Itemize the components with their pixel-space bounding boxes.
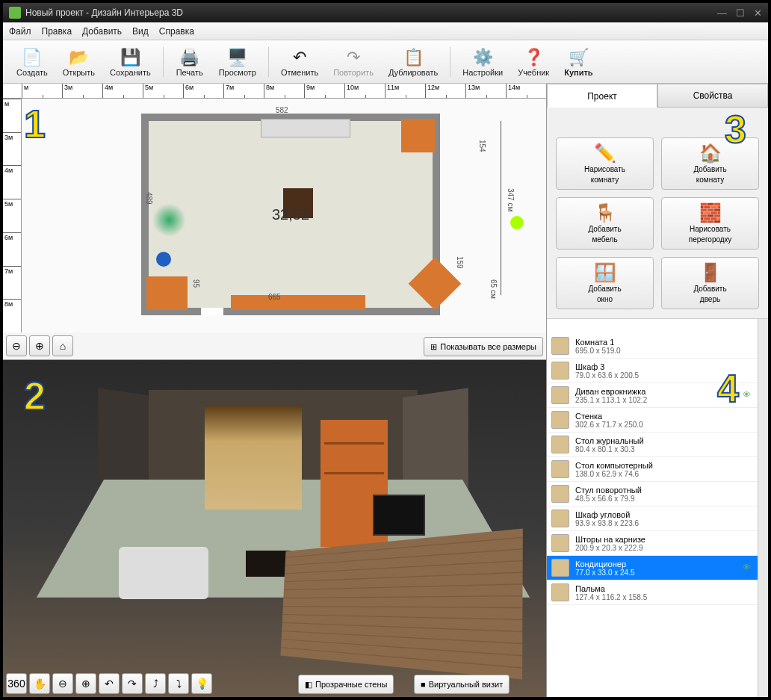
zoom-in-button[interactable]: ⊕ [29,335,50,356]
object-thumb [551,485,569,503]
window-title: Новый проект - Дизайн Интерьера 3D [25,7,183,18]
menu-help[interactable]: Справка [159,26,194,37]
3d-zoom-in-button[interactable]: ⊕ [75,673,96,694]
menu-add[interactable]: Добавить [82,26,122,37]
plant-plan[interactable] [152,203,186,237]
сохранить-icon: 💾 [118,47,142,68]
visibility-icon[interactable] [743,464,753,474]
panel-дверь[interactable]: 🚪Добавитьдверь [661,257,759,309]
light-button[interactable]: 💡 [191,673,212,694]
right-tabs: Проект Свойства [547,84,768,108]
app-icon [9,7,21,19]
3d-view[interactable]: 360 ✋ ⊖ ⊕ ↶ ↷ ⤴ ⤵ 💡 ◧ Прозрачные стены ■… [3,360,546,697]
list-item[interactable]: Стол компьютерный138.0 x 62.9 x 74.6 [547,457,758,482]
object-dims: 200.9 x 20.3 x 222.9 [575,544,743,552]
rotate-right-button[interactable]: ↷ [122,673,143,694]
virtual-visit-button[interactable]: ■ Виртуальный визит [414,675,510,694]
visibility-icon[interactable] [743,489,753,499]
corner-desk-plan[interactable] [409,257,462,310]
list-item[interactable]: Диван еврокнижка235.1 x 113.1 x 102.2👁 [547,383,758,408]
object-thumb [551,460,569,478]
object-dims: 80.4 x 80.1 x 30.3 [575,445,743,453]
object-thumb [551,509,569,527]
sofa-plan[interactable] [231,295,365,310]
home-button[interactable]: ⌂ [52,335,73,356]
toolbar-печать[interactable]: 🖨️Печать [170,46,210,78]
close-button[interactable]: ✕ [754,7,762,19]
object-list[interactable]: Комната 1695.0 x 519.0Шкаф 379.0 x 63.6 … [547,319,758,697]
transparent-walls-button[interactable]: ◧ Прозрачные стены [298,675,394,694]
list-item[interactable]: Кондиционер77.0 x 33.0 x 24.5👁 [547,556,758,580]
object-thumb [551,436,569,453]
toolbar-купить[interactable]: 🛒Купить [558,46,598,78]
menu-file[interactable]: Файл [9,26,31,37]
plan-view[interactable]: м3м4м5м6м7м8м9м10м11м12м13м14м м3м4м5м6м… [3,84,546,360]
panel-комнату[interactable]: ✏️Нарисоватькомнату [556,137,654,190]
toolbar-учебник[interactable]: ❓Учебник [512,46,555,78]
3d-tv [373,495,425,536]
rotate-left-button[interactable]: ↶ [99,673,120,694]
toolbar-отменить[interactable]: ↶Отменить [275,46,324,78]
panel-перегородку[interactable]: 🧱Нарисоватьперегородку [661,197,759,250]
tvstand-plan[interactable] [261,119,350,137]
tab-project[interactable]: Проект [547,84,657,108]
panel-окно[interactable]: 🪟Добавитьокно [556,257,654,309]
visibility-icon[interactable]: 👁 [743,390,753,400]
visibility-icon[interactable] [743,365,753,376]
object-dims: 79.0 x 63.6 x 200.5 [575,371,743,380]
3d-zoom-out-button[interactable]: ⊖ [52,673,73,694]
plan-canvas[interactable]: 32,52 582 154 489 95 665 65 см 159 347 с… [22,99,546,332]
list-item[interactable]: Шкаф угловой93.9 x 93.8 x 223.6 [547,507,758,531]
maximize-button[interactable]: ☐ [736,7,745,19]
rotate-360-button[interactable]: 360 [6,673,27,694]
list-item[interactable]: Стенка302.6 x 71.7 x 250.0 [547,408,758,433]
menu-edit[interactable]: Правка [42,26,72,37]
toolbar-дублировать[interactable]: 📋Дублировать [383,46,444,78]
toolbar-просмотр[interactable]: 🖥️Просмотр [213,46,262,78]
tilt-down-button[interactable]: ⤵ [168,673,189,694]
zoom-out-button[interactable]: ⊖ [6,335,27,356]
scrollbar[interactable] [758,319,768,697]
object-dims: 235.1 x 113.1 x 102.2 [575,396,743,404]
wardrobe-corner-plan[interactable] [401,119,435,152]
toolbar-повторить[interactable]: ↷Повторить [327,46,380,78]
list-item[interactable]: Стол журнальный80.4 x 80.1 x 30.3 [547,433,758,457]
chair-plan[interactable] [156,252,171,267]
visibility-icon[interactable] [743,513,753,524]
visibility-icon[interactable] [743,439,753,450]
visibility-icon[interactable] [743,538,753,548]
list-item[interactable]: Пальма127.4 x 116.2 x 158.5 [547,580,758,605]
door-plan[interactable] [201,308,223,315]
dim-line-height [501,121,501,295]
list-item[interactable]: Шторы на карнизе200.9 x 20.3 x 222.9 [547,531,758,556]
desk-plan[interactable] [146,276,188,310]
list-item[interactable]: Шкаф 379.0 x 63.6 x 200.5 [547,359,758,383]
toolbar-настройки[interactable]: ⚙️Настройки [456,46,509,78]
minimize-button[interactable]: — [717,7,727,19]
toolbar-создать[interactable]: 📄Создать [10,46,54,78]
wall-icon: ◧ [305,680,312,690]
object-dims: 127.4 x 116.2 x 158.5 [575,593,743,601]
tilt-up-button[interactable]: ⤴ [145,673,166,694]
visibility-icon[interactable]: 👁 [743,563,753,573]
room-outline[interactable]: 32,52 [141,114,440,315]
visibility-icon[interactable] [743,587,753,598]
panel-комнату[interactable]: 🏠Добавитькомнату [661,137,759,190]
dim-d4: 665 [268,293,281,301]
object-thumb [551,386,569,404]
panel-мебель[interactable]: 🪑Добавитьмебель [556,197,654,250]
visibility-icon[interactable] [743,341,753,351]
toolbar-сохранить[interactable]: 💾Сохранить [104,46,157,78]
show-dimensions-button[interactable]: ⊞ Показывать все размеры [424,337,543,356]
menu-view[interactable]: Вид [132,26,149,37]
sun-handle[interactable] [510,216,524,229]
ruler-horizontal: м3м4м5м6м7м8м9м10м11м12м13м14м [3,84,546,99]
toolbar-открыть[interactable]: 📂Открыть [57,46,101,78]
list-item[interactable]: Комната 1695.0 x 519.0 [547,334,758,359]
visibility-icon[interactable] [743,415,753,425]
dim-d5: 65 см [489,279,498,299]
pan-button[interactable]: ✋ [29,673,50,694]
dim-d2: 489 [145,192,153,205]
tab-properties[interactable]: Свойства [657,84,768,108]
list-item[interactable]: Стул поворотный48.5 x 56.6 x 79.9 [547,482,758,507]
